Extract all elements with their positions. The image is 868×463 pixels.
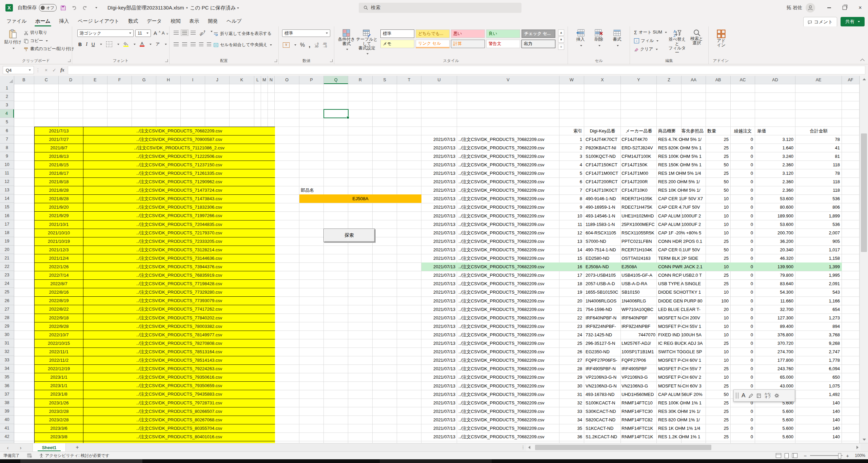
row-header-25[interactable]: 25 <box>0 288 14 296</box>
parts-cell-index[interactable]: 20 <box>559 297 582 305</box>
clear-button[interactable]: クリア <box>634 46 667 52</box>
parts-cell-summary[interactable]: FIXED IND 100UH 5A <box>658 331 705 339</box>
parts-cell-digikey[interactable]: CF14JT10K0CT <box>586 186 620 194</box>
order-date-cell[interactable]: 2022/9/18 <box>35 314 83 322</box>
orientation-button[interactable]: ab↗ <box>198 29 207 37</box>
parts-cell-carryover[interactable]: 0 <box>731 364 753 373</box>
autosave-toggle[interactable]: オフ <box>39 4 57 12</box>
parts-cell-order-path[interactable]: ../注文CSV/DK_PRODUCTS_70682209.csv <box>458 194 559 203</box>
row-header-40[interactable]: 40 <box>0 416 14 424</box>
decrease-decimal-button[interactable]: .00→0 <box>322 42 327 48</box>
parts-cell-digikey[interactable]: S30KCACT-ND <box>586 407 620 416</box>
parts-cell-index[interactable]: 4 <box>559 161 582 169</box>
column-header-E[interactable]: E <box>83 76 107 84</box>
order-path-cell[interactable]: ../注文CSV/DK_PRODUCTS_78513164.csv <box>83 348 275 356</box>
parts-cell-carryover[interactable]: 0 <box>731 161 753 169</box>
sheet-tab-sheet1[interactable]: Sheet1 <box>33 443 66 451</box>
order-path-cell[interactable]: ../注文CSV/DK_PRODUCTS_73144636.csv <box>83 254 275 262</box>
parts-cell-maker[interactable]: 1N4006RLG <box>622 297 655 305</box>
parts-cell-carryover[interactable]: 0 <box>731 203 753 211</box>
parts-cell-maker[interactable]: OSTTA024163 <box>622 254 655 262</box>
ribbon-tab-データ[interactable]: データ <box>142 16 166 26</box>
parts-cell-order-path[interactable]: ../注文CSV/DK_PRODUCTS_70682209.csv <box>458 262 559 271</box>
parts-cell-index[interactable]: 2 <box>559 144 582 152</box>
parts-cell-order-path[interactable]: ../注文CSV/DK_PRODUCTS_70682209.csv <box>458 322 559 331</box>
column-header-J[interactable]: J <box>205 76 230 84</box>
align-top-icon[interactable] <box>174 31 179 35</box>
parts-cell-unit-price[interactable]: 36.200 <box>755 237 793 246</box>
parts-cell-total[interactable]: 140 <box>795 399 840 407</box>
column-header-AD[interactable]: AD <box>755 76 795 84</box>
parts-cell-index[interactable]: 22 <box>559 314 582 322</box>
parts-cell-maker[interactable]: UHE1H102MHD <box>622 212 655 220</box>
parts-cell-summary[interactable]: DIODE GEN PURP 80 <box>658 297 705 305</box>
parts-cell-total[interactable]: 1,995 <box>795 271 840 279</box>
parts-cell-summary[interactable]: RES 1K OHM 1% 1/4 <box>658 424 705 433</box>
parts-cell-qty[interactable]: 50 <box>706 186 729 194</box>
parts-cell-order-date[interactable]: 2021/07/13 <box>422 152 455 161</box>
parts-cell-maker[interactable]: RNMF14FTC1K <box>622 424 655 433</box>
parts-cell-order-path[interactable]: ../注文CSV/DK_PRODUCTS_70682209.csv <box>458 373 559 381</box>
format-as-table-button[interactable]: テーブルとして 書式設定 <box>356 29 378 57</box>
parts-cell-total[interactable]: 1,273 <box>795 314 840 322</box>
parts-cell-unit-price[interactable]: 2.360 <box>755 161 793 169</box>
order-date-cell[interactable]: 2022/8/7 <box>35 280 83 288</box>
zoom-level[interactable]: 100% <box>852 453 865 458</box>
parts-cell-index[interactable]: 21 <box>559 305 582 314</box>
parts-cell-digikey[interactable]: 296-35127-5-N <box>586 339 620 348</box>
alignment-dialog-launcher[interactable] <box>274 59 277 62</box>
row-header-22[interactable]: 22 <box>0 262 14 271</box>
parts-cell-maker[interactable]: RCER71H104K <box>622 246 655 254</box>
order-date-cell[interactable]: 2023/3/6 <box>35 424 83 433</box>
parts-cell-order-path[interactable]: ../注文CSV/DK_PRODUCTS_70682209.csv <box>458 220 559 229</box>
parts-cell-summary[interactable]: RES 10K OHM 5% 1/ <box>658 186 705 194</box>
bold-button[interactable]: B <box>78 42 82 47</box>
parts-cell-total[interactable]: 536 <box>795 220 840 229</box>
parts-cell-maker[interactable]: LM2576T-ADJ/ <box>622 339 655 348</box>
parts-cell-digikey[interactable]: 1189-1583-1-N <box>586 220 620 229</box>
parts-cell-index[interactable]: 30 <box>559 382 582 390</box>
ime-mode-button[interactable]: A <box>742 392 745 399</box>
format-painter-button[interactable]: 書式のコピー/貼り付け <box>24 46 74 52</box>
ribbon-tab-ファイル[interactable]: ファイル <box>2 16 31 26</box>
parts-cell-digikey[interactable]: IRF640NPBF-N <box>586 314 620 322</box>
cell-style-メモ[interactable]: メモ <box>380 40 414 48</box>
parts-cell-index[interactable]: 12 <box>559 229 582 237</box>
cell-style-警告文[interactable]: 警告文 <box>486 40 520 48</box>
clipboard-dialog-launcher[interactable] <box>68 59 71 62</box>
parts-cell-total[interactable]: 894 <box>795 322 840 331</box>
parts-cell-digikey[interactable]: VN2106N3-G-N <box>586 382 620 390</box>
order-path-cell[interactable]: ../注文CSV/DK_PRODUCTS_70682209.csv <box>83 127 275 135</box>
parts-cell-maker[interactable]: FQPF27P06 <box>622 356 655 364</box>
parts-cell-maker[interactable]: USB-A-D-RA <box>622 279 655 288</box>
parts-cell-order-path[interactable]: ../注文CSV/DK_PRODUCTS_70682209.csv <box>458 229 559 237</box>
row-header-24[interactable]: 24 <box>0 279 14 288</box>
parts-cell-order-date[interactable]: 2021/07/13 <box>422 271 455 279</box>
parts-cell-maker[interactable]: 25PX1000MEFC <box>622 220 655 229</box>
order-path-cell[interactable]: ../注文CSV/DK_PRODUCTS_78149977.csv <box>83 331 275 339</box>
enter-formula-button[interactable]: ✓ <box>50 66 58 74</box>
row-header-1[interactable]: 1 <box>0 84 14 92</box>
parts-cell-carryover[interactable]: 0 <box>731 356 753 364</box>
parts-cell-carryover[interactable]: 0 <box>731 271 753 279</box>
row-header-37[interactable]: 37 <box>0 390 14 399</box>
parts-cell-order-path[interactable]: ../注文CSV/DK_PRODUCTS_70682209.csv <box>458 356 559 364</box>
parts-cell-unit-price[interactable]: 80.600 <box>755 203 793 211</box>
parts-cell-total[interactable]: 1,075 <box>795 382 840 390</box>
row-header-3[interactable]: 3 <box>0 101 14 109</box>
ribbon-tab-表示[interactable]: 表示 <box>185 16 203 26</box>
order-path-cell[interactable]: ../注文CSV/DK_PRODUCTS_77417262.csv <box>83 305 275 313</box>
parts-cell-digikey[interactable]: 2073-USB4105 <box>586 271 620 279</box>
ime-kana-state[interactable]: かな オフ <box>765 393 771 399</box>
parts-cell-digikey[interactable]: 2057-USB-A-D <box>586 279 620 288</box>
order-path-cell[interactable]: ../注文CSV/DK_PRODUCTS_78270808.csv <box>83 339 275 348</box>
parts-cell-index[interactable]: 11 <box>559 220 582 229</box>
parts-cell-total[interactable]: 654 <box>795 305 840 314</box>
parts-cell-summary[interactable]: SWITCH TOGGLE SP <box>658 348 705 356</box>
parts-cell-summary[interactable]: CAP ALUM 56UF 20% <box>658 390 705 399</box>
row-header-14[interactable]: 14 <box>0 194 14 203</box>
parts-cell-qty[interactable]: 50 <box>706 390 729 399</box>
parts-cell-summary[interactable]: RES 1M OHM 5% 1/4 <box>658 169 705 177</box>
order-path-cell[interactable]: ../注文CSV/DK_PRODUCTS_79224263.csv <box>83 365 275 373</box>
autosave-control[interactable]: 自動保存 オフ <box>18 4 57 12</box>
